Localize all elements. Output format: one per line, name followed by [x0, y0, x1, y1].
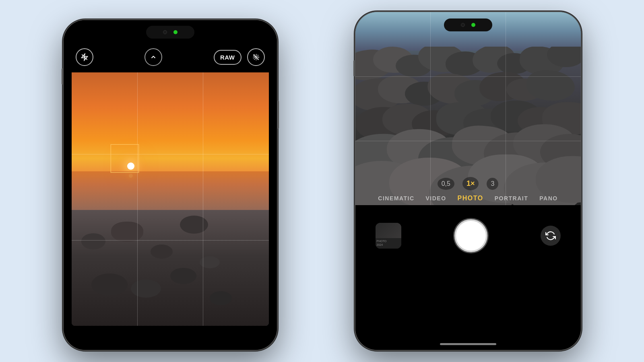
phone-notch-right — [444, 19, 492, 31]
shutter-button[interactable] — [454, 219, 487, 252]
camera-mode-selector: CINEMATIC VIDEO PHOTO PORTRAIT PANO — [355, 195, 581, 202]
zoom-controls: 0,5 1× 3 — [355, 177, 581, 190]
indicator-dot — [173, 30, 178, 34]
flip-camera-button[interactable] — [541, 226, 561, 246]
zoom-1x-button[interactable]: 1× — [462, 177, 479, 190]
flash-button[interactable] — [76, 48, 93, 66]
grid-line — [355, 76, 581, 77]
grid-line — [430, 12, 431, 205]
chevron-up-button[interactable] — [144, 48, 162, 66]
water — [72, 171, 269, 210]
scene: RAW — [0, 0, 644, 362]
camera-dot — [461, 23, 465, 27]
grid-line — [137, 68, 138, 326]
live-photo-button[interactable] — [247, 48, 265, 66]
viewfinder-left[interactable] — [72, 68, 269, 326]
mode-cinematic[interactable]: CINEMATIC — [378, 195, 414, 202]
bottom-controls: PHOTO2024 — [355, 212, 581, 260]
camera-dot — [163, 30, 167, 34]
indicator-dot — [471, 23, 475, 27]
photo-thumbnail[interactable]: PHOTO2024 — [376, 223, 401, 249]
mode-video[interactable]: VIDEO — [426, 195, 446, 202]
stones — [72, 210, 269, 326]
viewfinder-right[interactable] — [355, 12, 581, 205]
raw-button[interactable]: RAW — [214, 50, 242, 65]
water-area — [355, 12, 581, 51]
mode-photo[interactable]: PHOTO — [458, 195, 483, 202]
home-indicator — [440, 343, 496, 345]
grid-line — [506, 12, 506, 205]
grid-line — [72, 240, 269, 241]
sunset-scene — [72, 68, 269, 326]
mode-portrait[interactable]: PORTRAIT — [495, 195, 528, 202]
grid-line — [72, 154, 269, 154]
grid-line — [355, 141, 581, 141]
grid-line — [203, 68, 203, 326]
mode-pano[interactable]: PANO — [539, 195, 557, 202]
phone-notch-left — [146, 26, 194, 39]
shutter-inner — [457, 222, 485, 250]
phone-left: RAW — [64, 20, 277, 350]
zoom-3x-button[interactable]: 3 — [487, 178, 498, 190]
thumbnail-image: PHOTO2024 — [376, 223, 401, 249]
phone-right: 0,5 1× 3 CINEMATIC VIDEO PHOTO PORTRAIT … — [355, 12, 581, 350]
focus-indicator — [111, 144, 139, 173]
zoom-0.5-button[interactable]: 0,5 — [438, 178, 454, 190]
